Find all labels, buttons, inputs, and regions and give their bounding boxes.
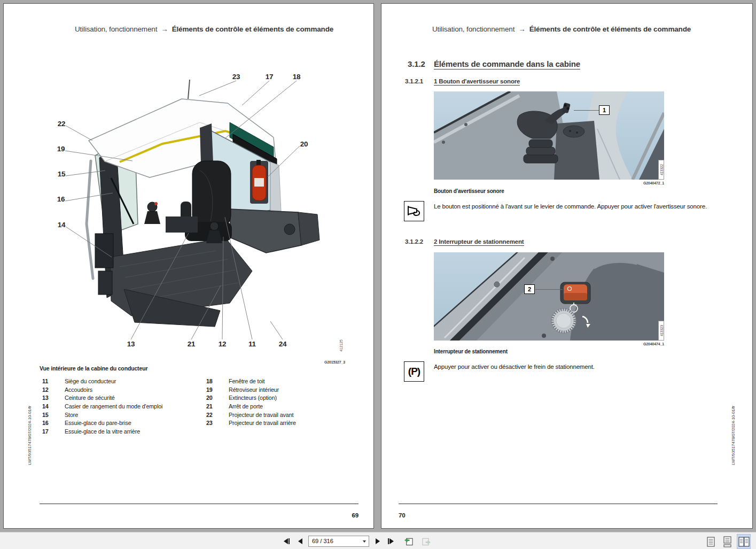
dropdown-caret-icon [363, 540, 366, 543]
document-id: LWT/93517478/07/2024-10-01/fr [27, 377, 32, 494]
figure-caption: Vue intérieure de la cabine du conducteu… [40, 365, 147, 372]
callout-19: 19 [57, 145, 65, 153]
callout-20: 20 [300, 140, 308, 148]
legend-row: 15Store [42, 412, 162, 420]
label-leader-line [535, 289, 563, 290]
photo-horn-button: 1 413322 [434, 91, 664, 180]
callout-23: 23 [232, 73, 240, 81]
callout-15: 15 [58, 170, 66, 178]
page-number: 69 [337, 512, 358, 519]
legend-row: 17Essuie-glace de la vitre arrière [42, 428, 162, 437]
page-number: 70 [399, 512, 406, 519]
document-area[interactable]: Utilisation, fonctionnement→Éléments de … [0, 0, 756, 532]
body-paragraph: Le bouton est positionné à l'avant sur l… [434, 203, 741, 211]
previous-page-button[interactable] [295, 536, 305, 546]
page-70: Utilisation, fonctionnement→Éléments de … [381, 3, 753, 529]
running-header: Utilisation, fonctionnement→Éléments de … [432, 25, 691, 33]
first-page-button[interactable] [282, 536, 291, 546]
horn-icon-box [404, 201, 424, 221]
graphic-id: G2040472_1 [611, 181, 664, 185]
page-number-input[interactable]: 69 / 316 [308, 536, 369, 547]
legend-row: 13Ceinture de sécurité [42, 395, 162, 403]
legend-row: 16Essuie-glace du pare-brise [42, 420, 162, 428]
continuous-view-button[interactable] [720, 534, 734, 549]
two-page-view-button[interactable] [737, 534, 751, 549]
breadcrumb: Utilisation, fonctionnement [75, 25, 157, 33]
breadcrumb: Utilisation, fonctionnement [432, 25, 515, 33]
callout-14: 14 [58, 221, 66, 229]
graphic-id: G2015327_3 [324, 360, 345, 364]
callout-16: 16 [57, 195, 65, 203]
previous-view-button[interactable] [404, 536, 414, 546]
page-69: Utilisation, fonctionnement→Éléments de … [3, 3, 374, 529]
horn-photo-illustration [434, 91, 664, 180]
single-page-view-button[interactable] [704, 534, 718, 549]
document-id: LWT/93517478/07/2024-10-01/fr [731, 377, 736, 494]
next-page-button[interactable] [373, 536, 383, 546]
body-paragraph: Appuyer pour activer ou désactiver le fr… [434, 363, 741, 371]
subsection-number: 3.1.2.1 [405, 78, 423, 84]
callout-leader-lines [40, 64, 339, 360]
legend-column-2: 18Fenêtre de toit 19Rétroviseur intérieu… [206, 378, 296, 428]
callout-17: 17 [266, 73, 274, 81]
legend-row: 21Arrêt de porte [206, 403, 296, 412]
horn-icon [406, 204, 422, 218]
legend-row: 22Projecteur de travail avant [206, 412, 296, 420]
cab-diagram: 23 17 18 22 19 15 16 14 20 13 21 12 11 2… [40, 64, 339, 360]
footer-rule [40, 504, 358, 504]
callout-24: 24 [279, 340, 287, 348]
viewer-toolbar: 69 / 316 [0, 532, 756, 549]
photo-parking-switch: 2 413323 [434, 252, 664, 341]
legend-row: 12Accoudoirs [42, 386, 162, 395]
last-page-button[interactable] [386, 536, 396, 546]
callout-11: 11 [248, 340, 256, 348]
photo-image-number: 413323 [658, 321, 664, 341]
subsection-title: 2 Interrupteur de stationnement [434, 238, 524, 246]
view-mode-buttons [704, 534, 751, 549]
legend-row: 23Projecteur de travail arrière [206, 420, 296, 428]
legend-row: 20Extincteurs (option) [206, 395, 296, 403]
footer-rule [399, 504, 718, 504]
callout-18: 18 [293, 73, 301, 81]
legend-row: 19Rétroviseur intérieur [206, 386, 296, 395]
photo-image-number: 413322 [658, 160, 664, 180]
legend-row: 11Siège du conducteur [42, 378, 162, 386]
label-leader-line [574, 110, 599, 111]
callout-13: 13 [127, 340, 135, 348]
photo-caption: Bouton d'avertisseur sonore [434, 188, 504, 194]
photo-label-1: 1 [599, 105, 610, 115]
callout-22: 22 [58, 120, 66, 128]
chapter-title: Éléments de contrôle et éléments de comm… [172, 25, 334, 33]
breadcrumb-arrow: → [161, 25, 168, 33]
running-header: Utilisation, fonctionnement→Éléments de … [75, 25, 333, 33]
breadcrumb-arrow: → [518, 25, 525, 33]
photo-label-2: 2 [524, 284, 535, 294]
section-number: 3.1.2 [408, 59, 425, 68]
page-indicator-value: 69 / 316 [312, 538, 333, 544]
parking-photo-illustration [434, 252, 664, 341]
section-title: Éléments de commande dans la cabine [434, 59, 580, 69]
page-navigation: 69 / 316 [282, 535, 431, 547]
graphic-id: G2040474_1 [611, 342, 664, 346]
legend-column-1: 11Siège du conducteur 12Accoudoirs 13Cei… [42, 378, 162, 436]
chapter-title: Éléments de contrôle et éléments de comm… [529, 25, 691, 33]
next-view-button[interactable] [422, 536, 431, 546]
photo-caption: Interrupteur de stationnement [434, 349, 508, 354]
legend-row: 14Casier de rangement du mode d'emploi [42, 403, 162, 412]
image-number: 412125 [339, 330, 343, 362]
legend-row: 18Fenêtre de toit [206, 378, 296, 386]
callout-12: 12 [219, 340, 227, 348]
callout-21: 21 [188, 340, 196, 348]
parking-brake-icon-box: (P) [404, 361, 424, 382]
subsection-title: 1 Bouton d'avertisseur sonore [434, 78, 520, 86]
subsection-number: 3.1.2.2 [405, 238, 423, 245]
parking-brake-icon: (P) [408, 366, 420, 377]
pdf-viewer-window: Utilisation, fonctionnement→Éléments de … [0, 0, 756, 549]
